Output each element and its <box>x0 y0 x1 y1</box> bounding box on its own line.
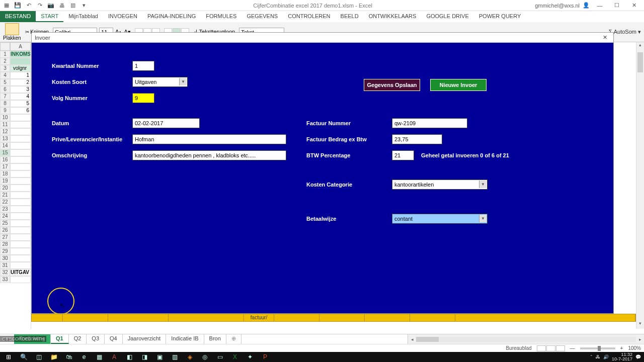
explorer-icon[interactable]: 📁 <box>46 352 61 362</box>
cell[interactable] <box>10 241 31 248</box>
zoom-slider[interactable] <box>580 347 615 349</box>
cell[interactable] <box>10 163 31 170</box>
row-header[interactable]: 10 <box>0 114 10 121</box>
app8-icon[interactable]: ▭ <box>212 352 227 362</box>
redo-icon[interactable]: ↷ <box>36 2 43 9</box>
cell[interactable] <box>10 227 31 234</box>
zoom-in-icon[interactable]: + <box>620 345 623 351</box>
add-sheet-button[interactable]: ⊕ <box>226 334 242 344</box>
sheet-tab-q1[interactable]: Q1 <box>51 334 69 344</box>
save-icon[interactable]: 💾 <box>14 2 21 9</box>
cell[interactable] <box>10 213 31 220</box>
tray-clock[interactable]: 11:32 10-7-2017 <box>612 352 632 361</box>
vertical-scrollbar[interactable]: ▴ ▾ <box>636 42 644 329</box>
search-icon[interactable]: 🔍 <box>16 352 31 362</box>
row-header[interactable]: 27 <box>0 234 10 241</box>
row-header[interactable]: 21 <box>0 192 10 199</box>
sheet-tab-q3[interactable]: Q3 <box>87 334 105 344</box>
row-header[interactable]: 17 <box>0 163 10 170</box>
input-volg[interactable] <box>132 93 154 103</box>
cell[interactable] <box>10 276 31 283</box>
user-avatar-icon[interactable]: 👤 <box>583 2 590 9</box>
close-button[interactable]: ✕ <box>627 1 641 10</box>
row-header[interactable]: 8 <box>0 100 10 107</box>
app5-icon[interactable]: ▥ <box>167 352 182 362</box>
cell[interactable]: 6 <box>10 107 31 114</box>
cell[interactable] <box>10 149 31 156</box>
new-icon[interactable]: ▥ <box>69 2 76 9</box>
dialog-close-button[interactable]: ✕ <box>599 34 610 41</box>
cell[interactable]: 2 <box>10 79 31 86</box>
tray-volume-icon[interactable]: 🔊 <box>603 354 609 359</box>
app9-icon[interactable]: ✦ <box>243 352 258 362</box>
row-header[interactable]: 7 <box>0 93 10 100</box>
cell[interactable]: 3 <box>10 86 31 93</box>
cell[interactable] <box>10 170 31 177</box>
row-header[interactable]: 13 <box>0 135 10 142</box>
ribbon-tab-power query[interactable]: POWER QUERY <box>474 11 526 22</box>
cell[interactable]: volgnr <box>10 65 31 72</box>
ribbon-tab-google drive[interactable]: GOOGLE DRIVE <box>421 11 473 22</box>
app7-icon[interactable]: ◎ <box>197 352 212 362</box>
cell[interactable] <box>10 114 31 121</box>
save-button[interactable]: Gegevens Opslaan <box>364 79 420 91</box>
horizontal-scrollbar[interactable]: ◂ ▸ <box>408 334 644 344</box>
sheet-tab-indicatie ib[interactable]: Indicatie IB <box>166 334 204 344</box>
ribbon-tab-mijntabblad[interactable]: MijnTabblad <box>63 11 103 22</box>
row-header[interactable]: 18 <box>0 170 10 177</box>
ribbon-tab-beeld[interactable]: BEELD <box>336 11 364 22</box>
taskview-icon[interactable]: ◫ <box>31 352 46 362</box>
ribbon-tab-start[interactable]: START <box>36 11 63 22</box>
cell[interactable] <box>10 142 31 149</box>
scroll-up-icon[interactable]: ▴ <box>636 42 644 50</box>
paste-icon[interactable] <box>5 23 19 35</box>
cell[interactable]: 4 <box>10 93 31 100</box>
ribbon-tab-bestand[interactable]: BESTAND <box>0 11 36 22</box>
tray-network-icon[interactable]: 🖧 <box>596 354 600 359</box>
view-pagebreak-icon[interactable] <box>556 345 565 351</box>
scroll-thumb[interactable] <box>637 52 643 72</box>
select-betaalwijze[interactable] <box>392 214 488 224</box>
ribbon-tab-pagina-indeling[interactable]: PAGINA-INDELING <box>142 11 201 22</box>
cell[interactable] <box>10 192 31 199</box>
row-header[interactable]: 25 <box>0 220 10 227</box>
row-header[interactable]: 9 <box>0 107 10 114</box>
hscroll-thumb[interactable] <box>416 337 439 342</box>
hscroll-left-icon[interactable]: ◂ <box>408 337 416 342</box>
edge-icon[interactable]: e <box>76 352 92 362</box>
input-kwartaal[interactable] <box>132 61 154 71</box>
app4-icon[interactable]: ▣ <box>152 352 167 362</box>
ribbon-tab-ontwikkelaars[interactable]: ONTWIKKELAARS <box>364 11 422 22</box>
quickprint-icon[interactable]: 🖶 <box>58 2 65 9</box>
input-omschrijving[interactable] <box>132 150 286 160</box>
row-header[interactable]: 24 <box>0 213 10 220</box>
row-header[interactable]: 22 <box>0 199 10 206</box>
ribbon-tab-formules[interactable]: FORMULES <box>201 11 242 22</box>
cell[interactable] <box>10 255 31 262</box>
sheet-tab-jaaroverzicht[interactable]: Jaaroverzicht <box>123 334 166 344</box>
input-prive[interactable] <box>132 134 286 144</box>
row-header[interactable]: 4 <box>0 72 10 79</box>
row-header[interactable]: 12 <box>0 128 10 135</box>
row-header[interactable]: 19 <box>0 177 10 185</box>
undo-icon[interactable]: ↶ <box>25 2 32 9</box>
row-header[interactable]: 1 <box>0 51 10 58</box>
select-kosten-soort[interactable] <box>132 77 188 87</box>
cell[interactable] <box>10 135 31 142</box>
cell[interactable] <box>10 206 31 213</box>
minimize-button[interactable]: — <box>593 1 607 10</box>
app6-icon[interactable]: ◈ <box>182 352 197 362</box>
tray-notifications-icon[interactable]: 💬 <box>635 354 641 359</box>
cell[interactable] <box>10 121 31 128</box>
cell[interactable] <box>10 262 31 269</box>
maximize-button[interactable]: ☐ <box>610 1 624 10</box>
app3-icon[interactable]: ◨ <box>137 352 152 362</box>
cell[interactable] <box>10 128 31 135</box>
row-header[interactable]: 30 <box>0 255 10 262</box>
ribbon-tab-controleren[interactable]: CONTROLEREN <box>283 11 335 22</box>
row-header[interactable]: 20 <box>0 185 10 192</box>
input-datum[interactable] <box>132 118 200 128</box>
row-header[interactable]: 26 <box>0 227 10 234</box>
input-factuur-bedrag[interactable] <box>392 134 442 144</box>
cell[interactable]: 5 <box>10 100 31 107</box>
